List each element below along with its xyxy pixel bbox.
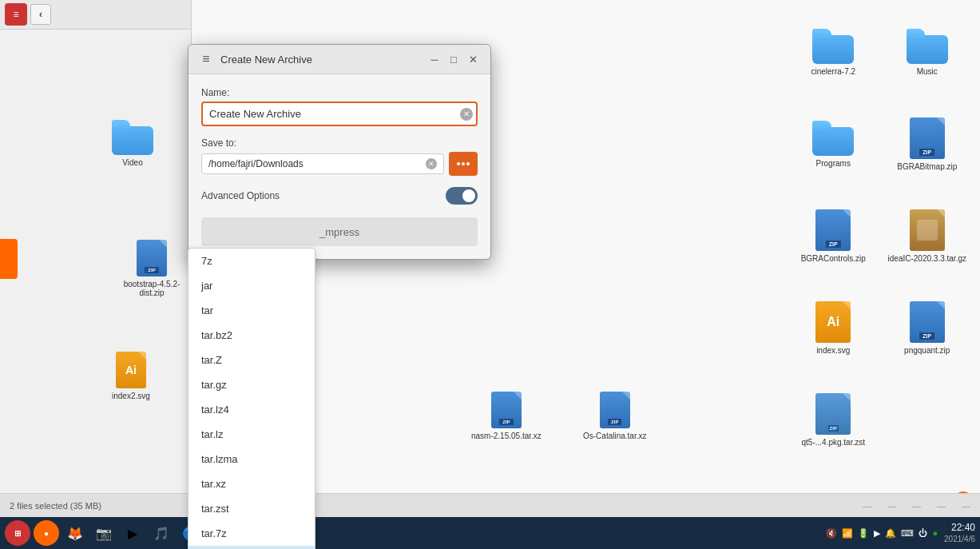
tray-notif-icon[interactable]: 🔔 — [885, 528, 896, 539]
tray-keyboard-icon[interactable]: ⌨ — [901, 528, 914, 539]
format-7z[interactable]: 7z — [188, 249, 315, 273]
archive-name-input[interactable] — [201, 101, 478, 126]
taskbar-app-camera[interactable]: 📷 — [91, 520, 117, 546]
format-tarlz[interactable]: tar.lz — [188, 422, 315, 447]
dialog-body: Name: ✕ Save to: /home/fajri/Downloads ✕ — [188, 74, 490, 259]
name-input-wrapper: ✕ — [201, 101, 478, 126]
format-jar[interactable]: jar — [188, 273, 315, 298]
dialog-maximize-button[interactable]: □ — [446, 51, 462, 67]
browse-button[interactable] — [449, 152, 478, 176]
saveto-label: Save to: — [201, 137, 478, 149]
tray-more-icon[interactable]: ▶ — [874, 528, 880, 539]
format-tarxz[interactable]: tar.xz — [188, 471, 315, 496]
taskbar-app-system[interactable]: ⊞ — [5, 520, 30, 546]
format-tarlzma[interactable]: tar.lzma — [188, 447, 315, 471]
format-dropdown: 7z jar tar tar.bz2 tar.Z tar.gz tar.lz4 … — [188, 248, 315, 549]
name-label: Name: — [201, 87, 478, 98]
compress-label: _mpress — [319, 226, 359, 238]
saveto-field: Save to: /home/fajri/Downloads ✕ — [201, 137, 478, 176]
dialog-title: Create New Archive — [220, 54, 420, 66]
dialog-close-button[interactable]: ✕ — [465, 51, 481, 67]
format-tarZ[interactable]: tar.Z — [188, 348, 315, 372]
taskbar-app-firefox[interactable]: 🦊 — [62, 520, 88, 546]
taskbar-app-orange[interactable]: ● — [34, 520, 59, 546]
clock-date: 2021/4/6 — [944, 534, 975, 544]
taskbar-app-media[interactable]: ▶ — [120, 520, 145, 546]
tray-battery-icon[interactable]: 🔋 — [858, 528, 869, 539]
taskbar-app-music[interactable]: 🎵 — [149, 520, 174, 546]
dot-3 — [466, 162, 470, 165]
advanced-options-row: Advanced Options — [201, 187, 478, 205]
tray-icons: 🔇 📶 🔋 ▶ 🔔 ⌨ ⏻ ● — [826, 528, 938, 539]
advanced-options-toggle[interactable] — [446, 187, 478, 205]
format-tarzst[interactable]: tar.zst — [188, 496, 315, 521]
format-tarlz4[interactable]: tar.lz4 — [188, 397, 315, 422]
advanced-options-label: Advanced Options — [201, 190, 280, 201]
clock-time: 22:40 — [944, 522, 975, 535]
create-archive-dialog: ≡ Create New Archive ─ □ ✕ Name: ✕ Save … — [188, 44, 491, 260]
dialog-minimize-button[interactable]: ─ — [427, 51, 442, 67]
saveto-row: /home/fajri/Downloads ✕ — [201, 152, 478, 176]
dialog-menu-button[interactable]: ≡ — [198, 51, 214, 67]
tray-indicator-icon[interactable]: ● — [932, 528, 938, 538]
taskbar-right-area: 🔇 📶 🔋 ▶ 🔔 ⌨ ⏻ ● 22:40 2021/4/6 — [826, 522, 975, 545]
format-zip[interactable]: zip — [188, 546, 315, 549]
tray-volume-icon[interactable]: 🔇 — [826, 528, 837, 539]
tray-power-icon[interactable]: ⏻ — [919, 528, 927, 538]
format-tar[interactable]: tar — [188, 298, 315, 323]
name-field: Name: ✕ — [201, 87, 478, 126]
saveto-path-display: /home/fajri/Downloads ✕ — [201, 153, 444, 174]
name-clear-button[interactable]: ✕ — [460, 108, 473, 121]
tray-wifi-icon[interactable]: 📶 — [842, 528, 853, 539]
dialog-overlay: ≡ Create New Archive ─ □ ✕ Name: ✕ Save … — [0, 0, 980, 517]
saveto-clear-button[interactable]: ✕ — [426, 158, 437, 169]
format-tar7z[interactable]: tar.7z — [188, 521, 315, 546]
taskbar: ⊞ ● 🦊 📷 ▶ 🎵 🔵 🐻 🌩 🔇 📶 🔋 ▶ 🔔 ⌨ ⏻ ● — [0, 517, 980, 549]
dialog-titlebar: ≡ Create New Archive ─ □ ✕ — [188, 45, 490, 74]
dot-1 — [457, 162, 460, 165]
format-tarbz2[interactable]: tar.bz2 — [188, 323, 315, 348]
dot-2 — [462, 162, 465, 165]
saveto-path-text: /home/fajri/Downloads — [208, 158, 304, 169]
clock: 22:40 2021/4/6 — [944, 522, 975, 545]
format-targz[interactable]: tar.gz — [188, 372, 315, 397]
compress-button-area: _mpress — [201, 217, 478, 246]
dialog-window-controls: ─ □ ✕ — [427, 51, 481, 67]
